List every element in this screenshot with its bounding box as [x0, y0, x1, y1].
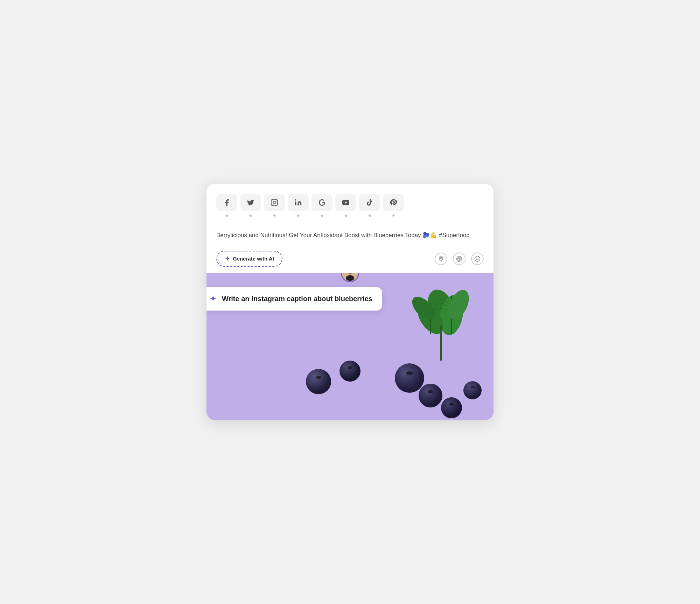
emoji-icon-button[interactable]	[471, 253, 484, 265]
ai-prompt-text: Write an Instagram caption about blueber…	[222, 295, 372, 303]
toolbar-icons	[435, 253, 484, 265]
youtube-icon-wrap	[335, 194, 356, 211]
linkedin-star: ★	[296, 213, 301, 218]
svg-point-43	[470, 386, 475, 388]
svg-point-32	[306, 369, 331, 394]
svg-point-42	[463, 381, 482, 399]
toolbar-row: ✦ Generate with AI	[206, 247, 493, 273]
emoji-icon	[474, 256, 481, 262]
linkedin-icon	[294, 199, 302, 206]
tiktok-star: ★	[368, 213, 372, 218]
main-card: ★ ★ ★	[206, 184, 493, 420]
platform-twitter[interactable]: ★	[240, 194, 261, 218]
svg-point-33	[316, 376, 321, 379]
twitter-star: ★	[248, 213, 253, 218]
platform-tiktok[interactable]: ★	[359, 194, 380, 218]
svg-point-40	[441, 397, 462, 418]
generate-label: Generate with AI	[233, 256, 274, 262]
svg-point-35	[348, 366, 352, 369]
caption-text: Berrylicious and Nutritious! Get Your An…	[216, 231, 484, 240]
location-icon-button[interactable]	[435, 253, 447, 265]
platform-facebook[interactable]: ★	[216, 194, 237, 218]
svg-point-7	[458, 257, 461, 260]
svg-point-14	[346, 275, 354, 281]
svg-point-5	[440, 257, 442, 259]
svg-point-3	[295, 199, 296, 201]
google-icon	[318, 199, 326, 206]
svg-point-2	[276, 200, 276, 201]
twitter-icon-wrap	[240, 194, 261, 211]
platform-pinterest[interactable]: ★	[383, 194, 404, 218]
youtube-star: ★	[344, 213, 348, 218]
tiktok-icon	[366, 199, 373, 206]
target-icon-button[interactable]	[453, 253, 465, 265]
svg-point-34	[340, 361, 360, 382]
platforms-row: ★ ★ ★	[206, 184, 493, 225]
location-icon	[438, 256, 444, 262]
sparkle-icon: ✦	[225, 255, 230, 263]
platform-linkedin[interactable]: ★	[288, 194, 309, 218]
svg-point-38	[419, 384, 442, 407]
generate-ai-button[interactable]: ✦ Generate with AI	[216, 251, 282, 267]
svg-point-8	[459, 258, 460, 259]
instagram-icon	[271, 199, 278, 206]
youtube-icon	[342, 199, 350, 206]
pinterest-icon-wrap	[383, 194, 404, 211]
ai-prompt-bubble: ✦ Write an Instagram caption about blueb…	[206, 287, 382, 311]
image-section: ✦ Write an Instagram caption about blueb…	[206, 273, 493, 420]
svg-point-37	[406, 371, 413, 375]
platform-youtube[interactable]: ★	[335, 194, 356, 218]
pinterest-icon	[390, 199, 397, 206]
svg-point-41	[449, 403, 454, 405]
svg-point-39	[428, 390, 433, 393]
caption-area: Berrylicious and Nutritious! Get Your An…	[206, 225, 493, 247]
platform-google[interactable]: ★	[312, 194, 332, 218]
linkedin-icon-wrap	[288, 194, 309, 211]
svg-rect-0	[271, 199, 278, 206]
ai-sparkle-icon: ✦	[209, 293, 217, 304]
svg-point-36	[395, 363, 424, 393]
facebook-icon	[223, 199, 231, 206]
avatar-container	[341, 273, 359, 282]
instagram-icon-wrap	[264, 194, 285, 211]
pinterest-star: ★	[391, 213, 396, 218]
instagram-star: ★	[272, 213, 277, 218]
tiktok-icon-wrap	[359, 194, 380, 211]
svg-point-1	[273, 201, 275, 204]
facebook-star: ★	[225, 213, 229, 218]
avatar-person	[342, 273, 358, 281]
avatar	[341, 273, 359, 282]
google-star: ★	[320, 213, 324, 218]
facebook-icon-wrap	[216, 194, 237, 211]
svg-point-9	[475, 256, 480, 261]
target-icon	[456, 256, 462, 262]
scene-background: ✦ Write an Instagram caption about blueb…	[206, 273, 493, 420]
twitter-icon	[247, 199, 254, 206]
google-icon-wrap	[312, 194, 332, 211]
platform-instagram[interactable]: ★	[264, 194, 285, 218]
